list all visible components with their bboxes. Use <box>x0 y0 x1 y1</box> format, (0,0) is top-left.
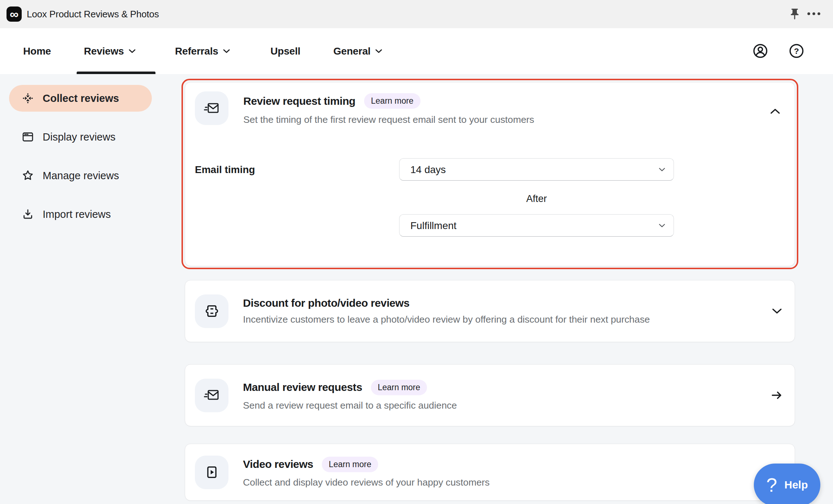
svg-text:?: ? <box>794 46 799 56</box>
floating-help-button[interactable]: ? Help <box>754 464 820 504</box>
sidebar-item-collect-reviews[interactable]: Collect reviews <box>9 85 152 112</box>
pin-icon[interactable] <box>788 8 801 21</box>
card-title: Discount for photo/video reviews <box>243 297 410 309</box>
loox-app-window: ∞ Loox Product Reviews & Photos Home Rev… <box>0 0 833 504</box>
card-header-text: Discount for photo/video reviews Incenti… <box>243 297 650 325</box>
card-video-reviews[interactable]: Video reviews Learn more Collect and dis… <box>185 444 795 501</box>
active-tab-indicator <box>77 72 155 74</box>
nav-tab-home-label: Home <box>23 46 51 57</box>
import-download-icon <box>21 208 34 221</box>
timing-event-select-wrap: Fulfillment <box>399 214 674 237</box>
video-play-icon <box>195 456 228 489</box>
help-icon[interactable]: ? <box>789 43 804 59</box>
help-button-label: Help <box>785 479 808 491</box>
learn-more-badge[interactable]: Learn more <box>322 457 378 472</box>
collect-arrows-icon <box>21 92 34 105</box>
card-title: Review request timing <box>243 95 355 107</box>
chevron-down-icon <box>223 49 230 53</box>
nav-tab-reviews-label: Reviews <box>84 46 124 57</box>
content-area: Collect reviews Display reviews <box>0 74 833 504</box>
card-subtitle: Incentivize customers to leave a photo/v… <box>243 314 650 325</box>
ticket-icon <box>195 294 228 328</box>
expand-chevron-down-icon[interactable] <box>772 308 782 314</box>
send-mail-icon <box>195 91 228 125</box>
card-header-text: Manual review requests Learn more Send a… <box>243 380 457 411</box>
sidebar-item-import-reviews[interactable]: Import reviews <box>9 201 152 228</box>
card-subtitle: Send a review request email to a specifi… <box>243 400 457 411</box>
card-discount-photo-video[interactable]: Discount for photo/video reviews Incenti… <box>185 280 795 342</box>
settings-main: Review request timing Learn more Set the… <box>185 74 795 504</box>
nav-tab-home[interactable]: Home <box>23 28 51 74</box>
learn-more-badge[interactable]: Learn more <box>364 93 420 109</box>
sidebar-item-label: Manage reviews <box>43 170 119 182</box>
card-header-text: Video reviews Learn more Collect and dis… <box>243 457 490 488</box>
question-mark-glyph: ? <box>766 475 777 495</box>
sidebar-item-display-reviews[interactable]: Display reviews <box>9 124 152 150</box>
nav-tab-reviews[interactable]: Reviews <box>84 28 136 74</box>
app-top-bar: ∞ Loox Product Reviews & Photos <box>0 0 833 28</box>
collapse-chevron-up-icon[interactable] <box>766 105 784 118</box>
card-subtitle: Set the timing of the first review reque… <box>243 114 534 125</box>
chevron-down-icon <box>128 49 136 53</box>
primary-nav: Home Reviews Referrals Upsell General <box>0 28 833 74</box>
overflow-menu-icon[interactable] <box>806 11 821 16</box>
browser-window-icon <box>21 130 34 143</box>
sidebar-item-label: Collect reviews <box>43 92 119 104</box>
app-title: Loox Product Reviews & Photos <box>27 0 159 28</box>
card-subtitle: Collect and display video reviews of you… <box>243 477 490 488</box>
card-header-text: Review request timing Learn more Set the… <box>243 93 534 125</box>
card-review-request-timing: Review request timing Learn more Set the… <box>185 82 795 266</box>
account-icon[interactable] <box>752 43 768 59</box>
sidebar-item-label: Display reviews <box>43 131 115 143</box>
star-icon <box>21 169 34 182</box>
card-title: Manual review requests <box>243 381 362 393</box>
loox-logo-icon: ∞ <box>7 7 22 22</box>
send-mail-icon <box>195 379 228 412</box>
card-title: Video reviews <box>243 458 313 470</box>
sidebar-item-label: Import reviews <box>43 208 111 220</box>
email-timing-label: Email timing <box>195 164 255 176</box>
chevron-down-icon <box>375 49 383 53</box>
learn-more-badge[interactable]: Learn more <box>371 380 427 395</box>
email-timing-select[interactable]: 14 days <box>399 158 674 181</box>
nav-tab-referrals-label: Referrals <box>175 46 218 57</box>
nav-tab-upsell[interactable]: Upsell <box>270 28 300 74</box>
infinity-glyph: ∞ <box>10 8 18 20</box>
email-timing-select-wrap: 14 days <box>399 158 674 181</box>
nav-tab-general-label: General <box>333 46 371 57</box>
arrow-right-icon[interactable] <box>771 389 782 401</box>
nav-tab-upsell-label: Upsell <box>270 46 300 57</box>
after-connector-text: After <box>399 193 674 204</box>
nav-tab-referrals[interactable]: Referrals <box>175 28 230 74</box>
nav-tab-general[interactable]: General <box>333 28 383 74</box>
timing-event-select[interactable]: Fulfillment <box>399 214 674 237</box>
sidebar-item-manage-reviews[interactable]: Manage reviews <box>9 162 152 189</box>
card-manual-review-requests[interactable]: Manual review requests Learn more Send a… <box>185 364 795 426</box>
